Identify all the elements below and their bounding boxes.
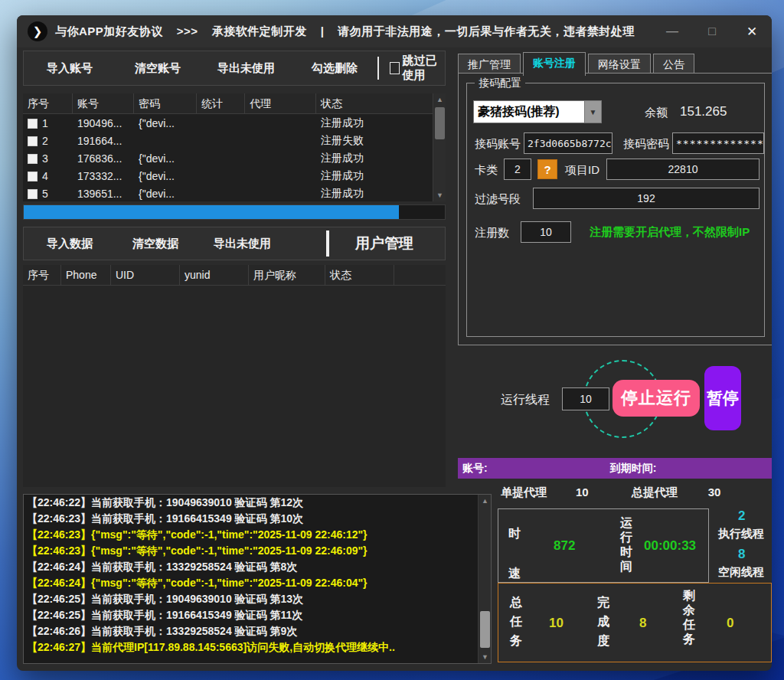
single-proxy-label: 单提代理: [501, 485, 547, 500]
total-proxy-value: 30: [708, 485, 721, 500]
card-type-label: 卡类: [475, 163, 498, 178]
remain-tasks-label: 剩余任务: [682, 588, 696, 646]
col-stat[interactable]: 统计: [197, 93, 245, 113]
done-label: 完成度: [596, 593, 610, 650]
app-icon: ❯: [28, 21, 47, 41]
col-status[interactable]: 状态: [325, 265, 394, 285]
scroll-down-icon[interactable]: ▼: [479, 651, 492, 663]
app-window: ❯ 与你APP加好友协议>>>承接软件定制开发|请勿用于非法用途，一切后果与作者…: [17, 15, 772, 671]
card-type-input[interactable]: 2: [504, 159, 531, 180]
idle-threads-label: 空闲线程: [718, 565, 764, 580]
import-accounts-button[interactable]: 导入账号: [47, 61, 93, 76]
minimize-button[interactable]: —: [652, 25, 692, 38]
single-proxy-value: 10: [576, 485, 589, 500]
log-line: 【22:46:25】当前获取手机：19166415349 验证码 第11次: [24, 607, 491, 623]
users-table-header: 序号 Phone UID yunid 用户昵称 状态: [23, 265, 446, 286]
project-id-label: 项目ID: [565, 163, 599, 178]
export-unused-data-button[interactable]: 导出未使用: [214, 237, 271, 251]
runtime-label: 运行时间: [619, 515, 633, 574]
project-id-input[interactable]: 22810: [606, 159, 760, 180]
users-table[interactable]: 序号 Phone UID yunid 用户昵称 状态: [23, 265, 446, 487]
col-account[interactable]: 账号: [73, 93, 134, 113]
filter-prefix-input[interactable]: 192: [533, 188, 760, 209]
progress-fill: [24, 205, 399, 219]
table-row[interactable]: 4 173332... {"devi... 注册成功: [23, 167, 446, 185]
col-phone[interactable]: Phone: [61, 265, 111, 285]
window-title: 与你APP加好友协议>>>承接软件定制开发|请勿用于非法用途，一切后果与作者无关…: [55, 25, 648, 39]
runtime-stats-box: 时速 872 运行时间 00:00:33: [498, 508, 709, 583]
col-nickname[interactable]: 用户昵称: [249, 265, 325, 285]
accounts-table[interactable]: 序号 账号 密码 统计 代理 状态 1 190496... {"devi... …: [23, 93, 446, 201]
scroll-up-icon[interactable]: ▲: [433, 93, 446, 106]
export-unused-accounts-button[interactable]: 导出未使用: [217, 61, 275, 76]
register-tab-panel: 接码配置 豪猪接码(推荐) ▼ 余额 151.265 接码账号 2f3d0665…: [458, 73, 772, 345]
accounts-table-scrollbar[interactable]: ▲ ▼: [433, 93, 446, 201]
scrollbar-thumb[interactable]: [480, 611, 490, 648]
sms-password-label: 接码密码: [623, 137, 669, 152]
register-count-input[interactable]: 10: [521, 221, 571, 243]
exec-threads-label: 执行线程: [718, 527, 764, 541]
chevron-down-icon[interactable]: ▼: [584, 101, 601, 123]
log-output[interactable]: 【22:46:22】当前获取手机：19049639010 验证码 第12次 【2…: [23, 494, 492, 664]
col-uid[interactable]: UID: [111, 265, 180, 285]
col-yunid[interactable]: yunid: [180, 265, 249, 285]
log-line: 【22:46:24】当前获取手机：13329258524 验证码 第8次: [24, 559, 491, 575]
col-index[interactable]: 序号: [23, 93, 73, 113]
account-toolbar: 导入账号 清空账号 导出未使用 勾选删除 跳过已使用: [23, 51, 446, 86]
row-checkbox[interactable]: [28, 189, 38, 199]
delete-checked-button[interactable]: 勾选删除: [312, 61, 358, 76]
log-line: 【22:46:26】当前获取手机：13329258524 验证码 第9次: [24, 623, 491, 639]
title-bar[interactable]: ❯ 与你APP加好友协议>>>承接软件定制开发|请勿用于非法用途，一切后果与作者…: [17, 15, 772, 47]
log-scrollbar[interactable]: ▲ ▼: [478, 495, 491, 663]
scroll-up-icon[interactable]: ▲: [479, 495, 492, 507]
tab-register[interactable]: 账号注册: [523, 52, 586, 76]
sms-provider-select[interactable]: 豪猪接码(推荐) ▼: [473, 100, 602, 123]
row-checkbox[interactable]: [28, 136, 38, 146]
row-checkbox[interactable]: [28, 119, 38, 129]
thread-count-label: 运行线程: [501, 392, 550, 408]
toolbar-divider: [326, 230, 329, 257]
clear-data-button[interactable]: 清空数据: [132, 237, 178, 251]
row-checkbox[interactable]: [28, 172, 38, 181]
row-checkbox[interactable]: [28, 154, 38, 164]
toolbar-divider: [377, 57, 379, 80]
total-tasks-value: 10: [549, 616, 564, 631]
speed-value: 872: [554, 538, 575, 554]
remain-tasks-value: 0: [727, 616, 733, 631]
proxy-stats-row: 单提代理 10 总提代理 30: [495, 485, 772, 500]
total-tasks-label: 总任务: [509, 593, 523, 650]
table-row[interactable]: 1 190496... {"devi... 注册成功: [23, 114, 446, 132]
runtime-value: 00:00:33: [644, 538, 696, 554]
accounts-table-header: 序号 账号 密码 统计 代理 状态: [23, 93, 446, 114]
filter-prefix-label: 过滤号段: [475, 192, 521, 207]
col-password[interactable]: 密码: [134, 93, 197, 113]
sms-password-input[interactable]: *****************: [672, 132, 764, 154]
table-row[interactable]: 2 191664... 注册失败: [23, 132, 446, 149]
task-stats-box: 总任务 10 完成度 8 剩余任务 0: [498, 583, 772, 662]
license-expire-label: 到期时间:: [610, 462, 657, 476]
register-progress-bar: [23, 204, 446, 220]
help-icon[interactable]: ?: [537, 159, 557, 179]
log-line: 【22:46:27】当前代理IP[117.89.88.145:5663]访问失败…: [24, 639, 491, 655]
sms-account-label: 接码账号: [475, 137, 521, 152]
user-management-button[interactable]: 用户管理: [355, 234, 413, 253]
table-row[interactable]: 5 139651... {"devi... 注册成功: [23, 185, 446, 201]
clear-accounts-button[interactable]: 清空账号: [135, 61, 181, 76]
stop-run-button[interactable]: 停止运行: [612, 380, 700, 417]
col-index[interactable]: 序号: [23, 265, 61, 285]
close-button[interactable]: ✕: [732, 24, 772, 40]
scroll-down-icon[interactable]: ▼: [433, 189, 446, 201]
thread-count-input[interactable]: 10: [562, 387, 609, 410]
scrollbar-thumb[interactable]: [435, 107, 445, 139]
license-bar: 账号: 到期时间:: [458, 458, 772, 479]
maximize-button[interactable]: □: [692, 25, 732, 38]
col-proxy[interactable]: 代理: [245, 93, 316, 113]
skip-used-checkbox[interactable]: [390, 62, 399, 74]
col-status[interactable]: 状态: [316, 93, 418, 113]
pause-button[interactable]: 暂停: [704, 366, 741, 430]
desktop-background: ❯ 与你APP加好友协议>>>承接软件定制开发|请勿用于非法用途，一切后果与作者…: [0, 0, 784, 680]
sms-account-input[interactable]: 2f3d0665b8772cd: [524, 132, 612, 154]
table-row[interactable]: 3 176836... {"devi... 注册成功: [23, 149, 446, 167]
import-data-button[interactable]: 导入数据: [47, 237, 93, 251]
exec-threads-value: 2: [738, 508, 745, 524]
